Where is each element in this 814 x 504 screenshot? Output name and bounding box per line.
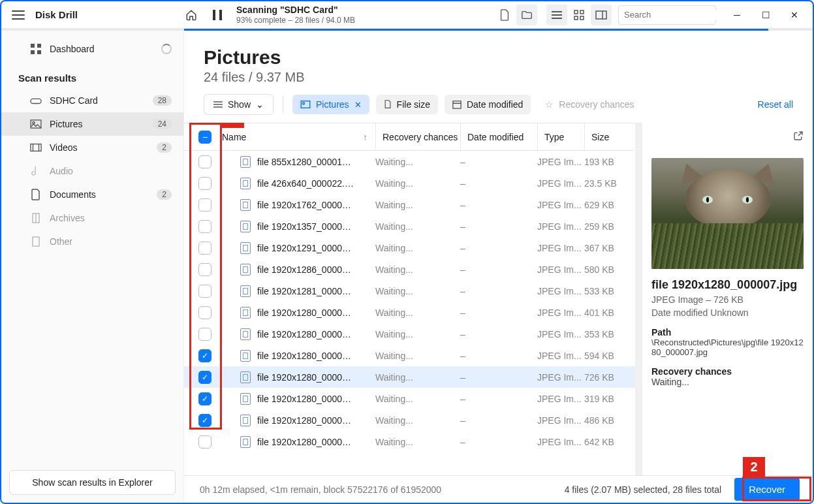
sort-arrow-icon: ↑ bbox=[363, 132, 368, 142]
svg-rect-9 bbox=[596, 11, 606, 19]
file-icon bbox=[240, 156, 251, 168]
table-row[interactable]: ✓file 1920x1280_000004....Waiting...–JPE… bbox=[184, 388, 635, 409]
sidebar-item-other[interactable]: Other bbox=[1, 230, 183, 253]
table-row[interactable]: file 1920x1291_000017....Waiting...–JPEG… bbox=[184, 237, 635, 259]
pictures-icon bbox=[30, 119, 42, 129]
row-checkbox[interactable] bbox=[198, 435, 211, 449]
search-input[interactable] bbox=[624, 10, 734, 20]
table-row[interactable]: file 426x640_000022.jpgWaiting...–JPEG I… bbox=[184, 172, 635, 194]
filter-chip-recovery-chances[interactable]: ☆ Recovery chances bbox=[537, 95, 642, 114]
sidebar-item-pictures[interactable]: Pictures 24 bbox=[1, 112, 183, 136]
file-icon bbox=[240, 264, 251, 276]
table-row[interactable]: ✓file 1920x1280_000007....Waiting...–JPE… bbox=[184, 366, 635, 388]
sliders-icon bbox=[213, 101, 223, 108]
row-checkbox[interactable]: ✓ bbox=[198, 392, 211, 405]
preview-pane-icon[interactable] bbox=[591, 5, 612, 25]
filter-chip-file-size[interactable]: File size bbox=[376, 95, 438, 114]
row-checkbox[interactable]: ✓ bbox=[198, 349, 211, 362]
cell-type: JPEG Im... bbox=[537, 351, 584, 361]
svg-rect-0 bbox=[213, 10, 215, 20]
svg-rect-25 bbox=[33, 237, 39, 246]
close-button[interactable]: ✕ bbox=[783, 5, 806, 25]
column-date[interactable]: Date modified bbox=[460, 123, 537, 150]
scrollbar[interactable] bbox=[635, 123, 642, 475]
cell-size: 401 KB bbox=[584, 307, 635, 318]
menu-icon[interactable] bbox=[12, 10, 25, 20]
svg-rect-8 bbox=[580, 16, 584, 20]
cell-date: – bbox=[460, 329, 537, 339]
row-checkbox[interactable] bbox=[198, 155, 211, 168]
show-in-explorer-button[interactable]: Show scan results in Explorer bbox=[9, 470, 176, 495]
maximize-button[interactable]: ☐ bbox=[754, 5, 777, 25]
file-icon bbox=[240, 415, 251, 426]
select-all-checkbox[interactable]: − bbox=[198, 131, 211, 144]
footer-bar: 0h 12m elapsed, <1m remain, block 575221… bbox=[184, 475, 813, 503]
sidebar-item-documents[interactable]: Documents 2 bbox=[1, 183, 183, 206]
table-row[interactable]: file 1920x1280_000018....Waiting...–JPEG… bbox=[184, 302, 635, 323]
home-icon[interactable] bbox=[184, 8, 198, 22]
table-row[interactable]: file 1920x1281_000015....Waiting...–JPEG… bbox=[184, 280, 635, 302]
cell-recovery: Waiting... bbox=[375, 221, 460, 232]
row-checkbox[interactable] bbox=[198, 242, 211, 255]
table-row[interactable]: file 1920x1280_000016....Waiting...–JPEG… bbox=[184, 323, 635, 345]
audio-icon bbox=[30, 165, 42, 177]
show-filter-button[interactable]: Show ⌄ bbox=[204, 94, 274, 115]
file-icon bbox=[240, 371, 251, 383]
column-type[interactable]: Type bbox=[537, 123, 584, 150]
row-checkbox[interactable] bbox=[198, 263, 211, 276]
column-size[interactable]: Size bbox=[584, 123, 635, 150]
scan-status: Scanning "SDHC Card" 93% complete – 28 f… bbox=[236, 5, 355, 25]
column-name[interactable]: Name↑ bbox=[218, 132, 375, 142]
row-checkbox[interactable] bbox=[198, 177, 211, 190]
folder-icon[interactable] bbox=[516, 5, 537, 25]
list-view-icon[interactable] bbox=[546, 5, 567, 25]
table-row[interactable]: ✓file 1920x1280_000002....Waiting...–JPE… bbox=[184, 409, 635, 431]
grid-view-icon[interactable] bbox=[569, 5, 589, 25]
table-row[interactable]: file 855x1280_000011.j...Waiting...–JPEG… bbox=[184, 151, 635, 172]
cell-size: 594 KB bbox=[584, 351, 635, 361]
table-row[interactable]: file 1920x1762_000019....Waiting...–JPEG… bbox=[184, 194, 635, 215]
cell-size: 319 KB bbox=[584, 394, 635, 404]
row-checkbox[interactable] bbox=[198, 328, 211, 341]
table-row[interactable]: file 1920x1286_000008....Waiting...–JPEG… bbox=[184, 259, 635, 280]
column-recovery[interactable]: Recovery chances bbox=[375, 123, 460, 150]
sidebar-item-archives[interactable]: Archives bbox=[1, 206, 183, 230]
search-box[interactable] bbox=[618, 5, 716, 25]
file-icon[interactable] bbox=[494, 5, 515, 25]
row-checkbox[interactable] bbox=[198, 285, 211, 298]
svg-rect-16 bbox=[37, 50, 41, 54]
row-checkbox[interactable]: ✓ bbox=[198, 414, 211, 427]
table-row[interactable]: file 1920x1357_000021....Waiting...–JPEG… bbox=[184, 215, 635, 237]
pause-icon[interactable] bbox=[210, 8, 225, 22]
filter-chip-pictures[interactable]: Pictures ✕ bbox=[292, 95, 369, 114]
file-name: file 1920x1286_000008.... bbox=[257, 264, 355, 275]
reset-all-link[interactable]: Reset all bbox=[758, 99, 793, 110]
sidebar-heading: Scan results bbox=[1, 67, 183, 89]
sidebar-item-badge: 2 bbox=[157, 142, 172, 153]
close-icon[interactable]: ✕ bbox=[354, 100, 362, 110]
cell-type: JPEG Im... bbox=[537, 307, 584, 318]
open-external-icon[interactable] bbox=[793, 131, 804, 143]
cell-size: 23.5 KB bbox=[584, 178, 635, 189]
file-icon bbox=[240, 242, 251, 254]
recover-button[interactable]: Recover bbox=[734, 478, 800, 501]
sidebar-item-audio[interactable]: Audio bbox=[1, 159, 183, 183]
cell-recovery: Waiting... bbox=[375, 178, 460, 189]
cell-date: – bbox=[460, 286, 537, 296]
filter-chip-label: File size bbox=[397, 99, 430, 110]
table-row[interactable]: file 1920x1280_000001....Waiting...–JPEG… bbox=[184, 431, 635, 452]
table-row[interactable]: ✓file 1920x1280_000014....Waiting...–JPE… bbox=[184, 345, 635, 366]
sidebar-item-label: Pictures bbox=[50, 119, 144, 129]
file-name: file 1920x1280_000016.... bbox=[257, 329, 355, 339]
row-checkbox[interactable] bbox=[198, 198, 211, 212]
sidebar-item-sdhc-card[interactable]: SDHC Card 28 bbox=[1, 89, 183, 112]
minimize-button[interactable]: ─ bbox=[725, 5, 749, 25]
sidebar-item-videos[interactable]: Videos 2 bbox=[1, 136, 183, 159]
row-checkbox[interactable]: ✓ bbox=[198, 371, 211, 384]
row-checkbox[interactable] bbox=[198, 220, 211, 233]
sidebar-dashboard[interactable]: Dashboard bbox=[1, 31, 183, 67]
svg-rect-13 bbox=[31, 44, 35, 48]
filter-chip-date-modified[interactable]: Date modified bbox=[445, 95, 531, 114]
filter-chip-label: Date modified bbox=[467, 99, 523, 110]
row-checkbox[interactable] bbox=[198, 306, 211, 319]
